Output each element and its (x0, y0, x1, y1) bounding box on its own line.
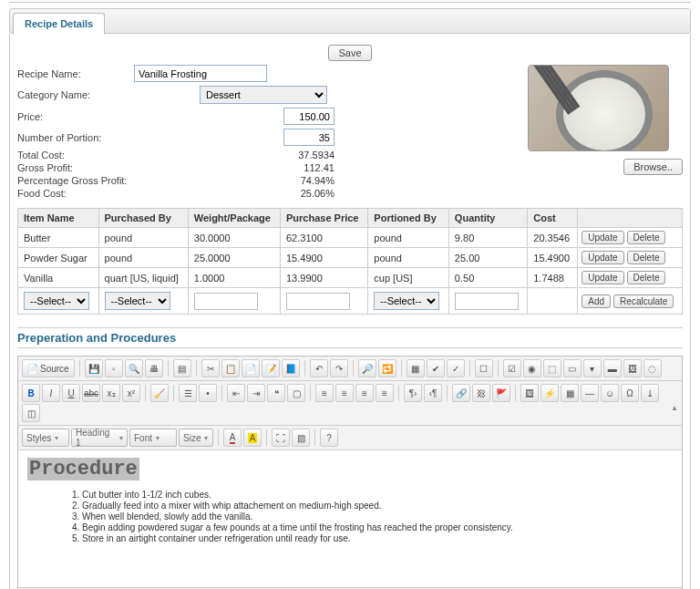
recalculate-button[interactable]: Recalculate (613, 294, 674, 308)
replace-icon[interactable]: 🔁 (378, 359, 396, 377)
button-icon[interactable]: ▬ (603, 359, 622, 377)
newpage-icon[interactable]: ▫ (105, 359, 123, 377)
delete-button[interactable]: Delete (627, 251, 666, 264)
top-divider (9, 2, 691, 3)
table-row: Butterpound30.000062.3100pound9.8020.354… (18, 228, 683, 248)
find-icon[interactable]: 🔎 (358, 359, 376, 377)
new-qty-input[interactable] (455, 293, 519, 310)
specialchar-icon[interactable]: Ω (621, 384, 639, 402)
link-icon[interactable]: 🔗 (452, 384, 470, 402)
div-icon[interactable]: ▢ (287, 384, 305, 402)
cell-pprice: 13.9900 (280, 268, 367, 288)
align-justify-icon[interactable]: ≡ (376, 384, 394, 402)
preview-icon[interactable]: 🔍 (125, 359, 143, 377)
col-pprice: Purchase Price (280, 209, 367, 228)
blockquote-icon[interactable]: ❝ (267, 384, 285, 402)
italic-icon[interactable]: I (42, 384, 60, 402)
paste-icon[interactable]: 📄 (242, 359, 260, 377)
source-button[interactable]: 📄 Source (22, 359, 75, 377)
format-select[interactable]: Heading 1 (71, 429, 128, 447)
maximize-icon[interactable]: ⛶ (272, 429, 290, 447)
templates-icon[interactable]: ▤ (173, 359, 191, 377)
print-icon[interactable]: 🖶 (145, 359, 163, 377)
font-select[interactable]: Font (129, 429, 177, 447)
update-button[interactable]: Update (582, 251, 623, 264)
removeformat-icon[interactable]: 🧹 (150, 384, 169, 402)
editor-body[interactable]: Procedure Cut butter into 1-1/2 inch cub… (18, 450, 682, 587)
radio-icon[interactable]: ◉ (523, 359, 541, 377)
checkbox-icon[interactable]: ☑ (503, 359, 521, 377)
superscript-icon[interactable]: x² (122, 384, 140, 402)
delete-button[interactable]: Delete (627, 231, 666, 244)
align-center-icon[interactable]: ≡ (335, 384, 354, 402)
textcolor-icon[interactable]: A (223, 429, 242, 447)
collapse-toolbar-icon[interactable]: ▲ (671, 404, 678, 412)
paste-text-icon[interactable]: 📝 (262, 359, 280, 377)
textfield-icon[interactable]: ⬚ (543, 359, 561, 377)
smiley-icon[interactable]: ☺ (601, 384, 619, 402)
category-name-label: Category Name: (17, 89, 134, 100)
undo-icon[interactable]: ↶ (310, 359, 328, 377)
numberlist-icon[interactable]: ☰ (179, 384, 197, 402)
bold-icon[interactable]: B (22, 384, 40, 402)
new-weight-input[interactable] (194, 293, 258, 310)
new-portioned-select[interactable]: --Select-- (374, 292, 439, 310)
cut-icon[interactable]: ✂ (201, 359, 220, 377)
spellcheck-icon[interactable]: ✔ (427, 359, 445, 377)
save-icon[interactable]: 💾 (85, 359, 103, 377)
browse-button[interactable]: Browse.. (623, 159, 683, 175)
select-icon[interactable]: ▾ (583, 359, 602, 377)
size-select[interactable]: Size (179, 429, 213, 447)
price-input[interactable] (283, 108, 335, 125)
indent-icon[interactable]: ⇥ (247, 384, 265, 402)
save-button[interactable]: Save (328, 45, 371, 61)
about-icon[interactable]: ? (320, 429, 338, 447)
anchor-icon[interactable]: 🚩 (492, 384, 510, 402)
outdent-icon[interactable]: ⇤ (227, 384, 245, 402)
cell-portioned: pound (368, 228, 449, 248)
delete-button[interactable]: Delete (627, 271, 666, 284)
subscript-icon[interactable]: x₂ (102, 384, 120, 402)
styles-select[interactable]: Styles (22, 429, 69, 447)
align-left-icon[interactable]: ≡ (315, 384, 334, 402)
tab-recipe-details[interactable]: Recipe Details (13, 13, 105, 35)
cell-cost: 20.3546 (528, 228, 578, 248)
textarea-icon[interactable]: ▭ (563, 359, 582, 377)
underline-icon[interactable]: U (62, 384, 80, 402)
hidden-field-icon[interactable]: ◌ (643, 359, 662, 377)
rtl-icon[interactable]: ‹¶ (424, 384, 442, 402)
bulletlist-icon[interactable]: • (199, 384, 217, 402)
showblocks-icon[interactable]: ▧ (292, 429, 310, 447)
bgcolor-icon[interactable]: A (243, 429, 262, 447)
scayt-icon[interactable]: ✓ (447, 359, 465, 377)
redo-icon[interactable]: ↷ (330, 359, 348, 377)
new-purchased-select[interactable]: --Select-- (105, 292, 170, 310)
strike-icon[interactable]: abc (82, 384, 100, 402)
selectall-icon[interactable]: ▦ (407, 359, 425, 377)
align-right-icon[interactable]: ≡ (355, 384, 374, 402)
portion-input[interactable] (283, 129, 335, 146)
unlink-icon[interactable]: ⛓ (472, 384, 490, 402)
image-icon[interactable]: 🖼 (520, 384, 539, 402)
rich-text-editor: 📄 Source 💾 ▫ 🔍 🖶 ▤ ✂ 📋 📄 📝 📘 ↶ ↷ 🔎 (17, 356, 683, 589)
col-qty: Quantity (448, 209, 527, 228)
update-button[interactable]: Update (582, 271, 623, 284)
update-button[interactable]: Update (582, 231, 623, 244)
cell-item: Butter (18, 228, 99, 248)
pagebreak-icon[interactable]: ⤓ (641, 384, 659, 402)
category-select[interactable]: Dessert (200, 86, 327, 104)
new-item-select[interactable]: --Select-- (24, 292, 89, 310)
ltr-icon[interactable]: ¶› (404, 384, 422, 402)
add-button[interactable]: Add (582, 294, 611, 308)
image-button-icon[interactable]: 🖼 (623, 359, 642, 377)
copy-icon[interactable]: 📋 (221, 359, 240, 377)
hr-icon[interactable]: — (581, 384, 599, 402)
recipe-name-input[interactable] (134, 65, 267, 82)
paste-word-icon[interactable]: 📘 (282, 359, 300, 377)
iframe-icon[interactable]: ◫ (22, 404, 40, 422)
table-icon[interactable]: ▦ (561, 384, 579, 402)
form-icon[interactable]: ☐ (475, 359, 493, 377)
new-pprice-input[interactable] (286, 293, 350, 310)
flash-icon[interactable]: ⚡ (540, 384, 559, 402)
col-portioned: Portioned By (368, 209, 449, 228)
